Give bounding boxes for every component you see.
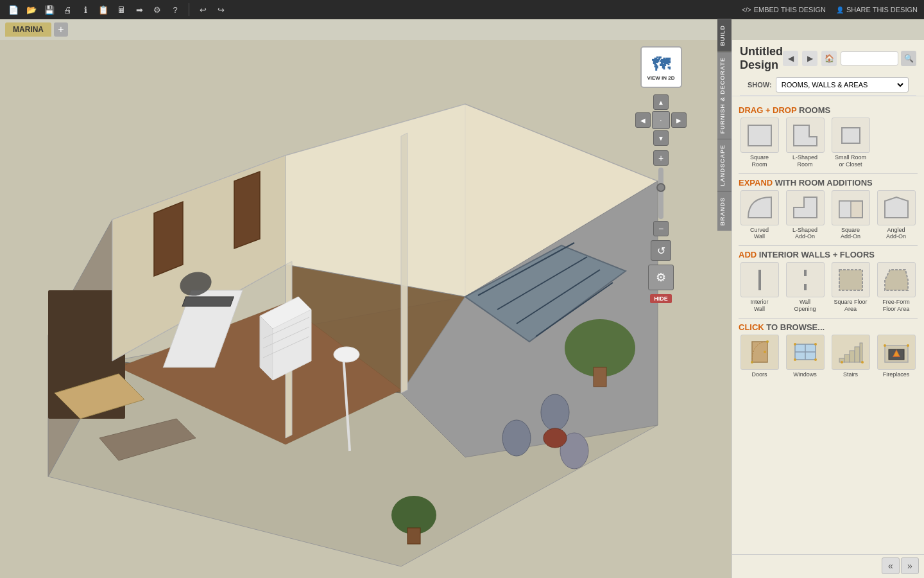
hide-button[interactable]: HIDE bbox=[650, 294, 672, 303]
l-shaped-addon-label: L-ShapedAdd-On bbox=[792, 227, 817, 241]
panel-search-input[interactable] bbox=[841, 51, 898, 66]
svg-point-56 bbox=[751, 361, 753, 363]
section-interior-heading: ADD INTERIOR WALLS + FLOORS bbox=[739, 250, 918, 259]
nav-up-button[interactable]: ▲ bbox=[653, 94, 669, 110]
angled-addon-item[interactable]: AngledAdd-On bbox=[875, 190, 917, 241]
zoom-out-button[interactable]: − bbox=[653, 221, 669, 236]
settings-icon[interactable]: ⚙ bbox=[150, 3, 164, 17]
view-2d-button[interactable]: 🗺 VIEW IN 2D bbox=[640, 46, 682, 88]
square-addon-label: SquareAdd-On bbox=[841, 227, 860, 241]
collapse-up-button[interactable]: « bbox=[882, 557, 900, 574]
reset-view-button[interactable]: ↺ bbox=[651, 240, 671, 261]
svg-rect-24 bbox=[594, 367, 606, 387]
nav-right-button[interactable]: ▶ bbox=[671, 112, 687, 128]
windows-label: Windows bbox=[793, 371, 817, 378]
print-icon[interactable]: 🖨 bbox=[60, 3, 74, 17]
tab-marina[interactable]: MARINA bbox=[5, 22, 51, 37]
square-floor-icon bbox=[832, 262, 870, 297]
panel-bottom-controls: « » bbox=[732, 554, 924, 578]
stairs-label: Stairs bbox=[843, 371, 858, 378]
square-floor-label: Square FloorArea bbox=[834, 299, 867, 313]
export-icon[interactable]: ➡ bbox=[132, 3, 146, 17]
info-icon[interactable]: ℹ bbox=[78, 3, 92, 17]
embed-button[interactable]: </> EMBED THIS DESIGN bbox=[742, 6, 826, 13]
show-dropdown[interactable]: ROOMS, WALLS & AREAS FURNITURE DECOR bbox=[776, 77, 909, 92]
add-tab-button[interactable]: + bbox=[54, 22, 68, 37]
svg-rect-41 bbox=[748, 125, 771, 146]
collapse-down-button[interactable]: » bbox=[901, 557, 919, 574]
stairs-icon bbox=[832, 335, 870, 370]
undo-icon[interactable]: ↩ bbox=[196, 3, 210, 17]
gear-settings-button[interactable]: ⚙ bbox=[648, 265, 674, 290]
show-row: SHOW: ROOMS, WALLS & AREAS FURNITURE DEC… bbox=[740, 74, 916, 96]
section-expand-heading: EXPAND WITH ROOM ADDITIONS bbox=[739, 178, 918, 188]
panel-header: Untitled Design ◀ ▶ 🏠 🔍 SHOW: bbox=[732, 40, 924, 96]
wall-opening-icon bbox=[786, 262, 825, 297]
print2-icon[interactable]: 🖩 bbox=[114, 3, 128, 17]
svg-point-75 bbox=[884, 344, 886, 347]
interior-wall-icon bbox=[740, 262, 779, 297]
svg-point-25 bbox=[541, 394, 569, 430]
topbar: 📄 📂 💾 🖨 ℹ 📋 🖩 ➡ ⚙ ? ↩ ↪ </> EMBED THIS D… bbox=[0, 0, 924, 19]
topbar-left: 📄 📂 💾 🖨 ℹ 📋 🖩 ➡ ⚙ ? ↩ ↪ bbox=[6, 3, 228, 17]
square-floor-item[interactable]: Square FloorArea bbox=[830, 262, 871, 313]
square-room-item[interactable]: SquareRoom bbox=[739, 118, 780, 168]
angled-addon-label: AngledAdd-On bbox=[886, 227, 906, 241]
side-tab-landscape[interactable]: LANDSCAPE bbox=[717, 139, 732, 191]
svg-marker-47 bbox=[885, 197, 908, 218]
interior-wall-item[interactable]: InteriorWall bbox=[739, 262, 780, 313]
l-shaped-addon-item[interactable]: L-ShapedAdd-On bbox=[784, 190, 826, 241]
view-controls: 🗺 VIEW IN 2D ▲ ◀ · ▶ ▼ + − ↺ ⚙ HIDE bbox=[635, 46, 687, 303]
share-button[interactable]: 👤 SHARE THIS DESIGN bbox=[836, 6, 918, 13]
svg-rect-67 bbox=[855, 347, 860, 362]
side-tab-furnish[interactable]: FURNISH & DECORATE bbox=[717, 51, 732, 139]
pages-icon[interactable]: 📋 bbox=[96, 3, 110, 17]
open-file-icon[interactable]: 📂 bbox=[24, 3, 38, 17]
square-addon-icon bbox=[832, 190, 870, 225]
panel-home-button[interactable]: 🏠 bbox=[821, 51, 837, 66]
svg-rect-19 bbox=[182, 297, 234, 306]
save-icon[interactable]: 💾 bbox=[42, 3, 56, 17]
design-canvas[interactable]: 🗺 VIEW IN 2D ▲ ◀ · ▶ ▼ + − ↺ ⚙ HIDE bbox=[0, 40, 732, 578]
wall-opening-item[interactable]: WallOpening bbox=[784, 262, 826, 313]
l-shaped-room-item[interactable]: L-ShapedRoom bbox=[784, 118, 826, 168]
panel-search-button[interactable]: 🔍 bbox=[901, 51, 916, 66]
curved-wall-icon bbox=[740, 190, 779, 225]
angled-addon-icon bbox=[877, 190, 916, 225]
side-tab-build[interactable]: BUILD bbox=[717, 19, 732, 51]
show-select[interactable]: ROOMS, WALLS & AREAS FURNITURE DECOR bbox=[779, 80, 905, 89]
section-browse-heading: CLICK TO BROWSE... bbox=[739, 322, 918, 332]
stairs-item[interactable]: Stairs bbox=[830, 335, 871, 378]
nav-cross: ▲ ◀ · ▶ ▼ bbox=[635, 94, 687, 146]
help-icon[interactable]: ? bbox=[168, 3, 182, 17]
panel-back-button[interactable]: ◀ bbox=[783, 51, 798, 66]
section-drag-drop-heading: DRAG + DROP ROOMS bbox=[739, 105, 918, 115]
svg-point-30 bbox=[334, 347, 359, 362]
small-room-item[interactable]: Small Roomor Closet bbox=[830, 118, 871, 168]
svg-point-62 bbox=[794, 358, 796, 361]
side-tab-brands[interactable]: BRANDS bbox=[717, 191, 732, 231]
divider-1 bbox=[739, 173, 918, 174]
fireplaces-item[interactable]: Fireplaces bbox=[875, 335, 917, 378]
main-area: 🗺 VIEW IN 2D ▲ ◀ · ▶ ▼ + − ↺ ⚙ HIDE bbox=[0, 40, 924, 578]
redo-icon[interactable]: ↪ bbox=[214, 3, 228, 17]
zoom-slider[interactable] bbox=[658, 168, 663, 219]
freeform-floor-item[interactable]: Free-FormFloor Area bbox=[875, 262, 917, 313]
curved-wall-item[interactable]: CurvedWall bbox=[739, 190, 780, 241]
nav-down-button[interactable]: ▼ bbox=[653, 130, 669, 146]
zoom-in-button[interactable]: + bbox=[653, 150, 669, 166]
windows-item[interactable]: Windows bbox=[784, 335, 826, 378]
square-addon-item[interactable]: SquareAdd-On bbox=[830, 190, 871, 241]
l-shaped-room-label: L-ShapedRoom bbox=[792, 154, 817, 168]
blueprint-icon: 🗺 bbox=[652, 54, 670, 75]
doors-item[interactable]: Doors bbox=[739, 335, 780, 378]
right-panel: Untitled Design ◀ ▶ 🏠 🔍 SHOW: bbox=[732, 40, 924, 578]
nav-center-button[interactable]: · bbox=[652, 111, 670, 129]
panel-title: Untitled Design bbox=[740, 45, 783, 72]
panel-forward-button[interactable]: ▶ bbox=[802, 51, 817, 66]
doors-label: Doors bbox=[751, 371, 767, 378]
svg-point-69 bbox=[841, 361, 843, 363]
interior-wall-label: InteriorWall bbox=[750, 299, 768, 313]
new-file-icon[interactable]: 📄 bbox=[6, 3, 21, 17]
nav-left-button[interactable]: ◀ bbox=[635, 112, 651, 128]
